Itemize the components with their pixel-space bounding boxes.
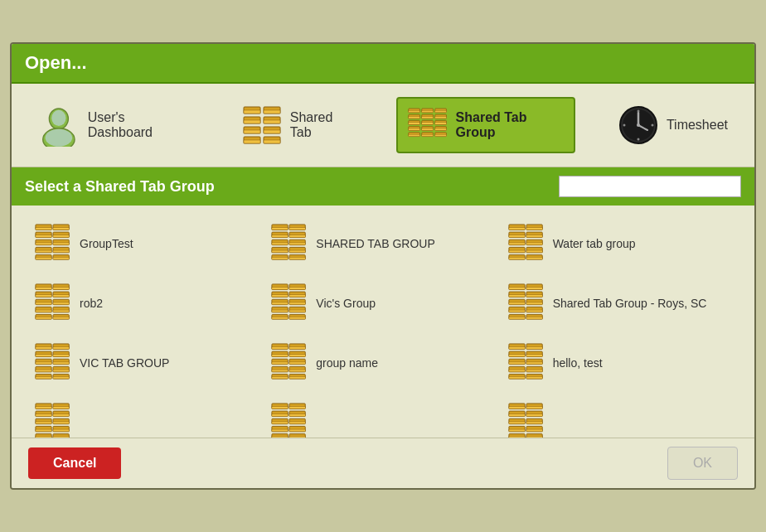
book-stack-icon (271, 283, 308, 323)
svg-rect-162 (509, 295, 525, 297)
list-item[interactable]: SHARED TAB GROUP (264, 214, 501, 273)
svg-rect-15 (264, 130, 280, 133)
list-item[interactable] (264, 393, 501, 438)
book-stack-icon (35, 403, 71, 438)
svg-rect-11 (264, 120, 280, 123)
book-stack-icon (35, 343, 71, 383)
svg-rect-248 (36, 436, 51, 438)
svg-rect-184 (36, 362, 51, 365)
svg-rect-138 (53, 317, 69, 319)
book-stack-icon (508, 343, 545, 383)
svg-rect-98 (289, 257, 305, 259)
svg-rect-190 (53, 347, 69, 350)
svg-rect-126 (36, 310, 51, 312)
search-input[interactable] (559, 176, 741, 197)
svg-rect-260 (272, 407, 288, 409)
svg-rect-240 (36, 407, 51, 409)
svg-rect-72 (53, 235, 69, 238)
svg-point-56 (637, 138, 639, 141)
svg-rect-206 (272, 370, 288, 372)
svg-rect-158 (289, 317, 305, 319)
svg-rect-142 (272, 295, 288, 297)
svg-rect-88 (272, 257, 288, 259)
shared-tab-icon (242, 105, 282, 145)
cancel-button[interactable]: Cancel (28, 447, 121, 479)
svg-rect-274 (289, 422, 305, 424)
svg-rect-29 (408, 134, 419, 136)
svg-rect-264 (272, 422, 288, 424)
list-item[interactable]: group name (264, 333, 501, 393)
user-icon (38, 104, 80, 147)
svg-rect-290 (526, 407, 542, 409)
svg-rect-76 (53, 250, 69, 253)
svg-rect-146 (272, 310, 288, 312)
svg-rect-160 (509, 288, 525, 290)
svg-rect-100 (509, 228, 525, 230)
svg-rect-196 (53, 370, 69, 372)
svg-rect-25 (408, 123, 419, 124)
svg-rect-204 (272, 362, 288, 365)
svg-rect-276 (289, 429, 305, 432)
svg-rect-82 (272, 235, 288, 238)
list-item-label: hello, test (553, 356, 603, 370)
svg-rect-106 (509, 250, 525, 253)
svg-rect-124 (36, 302, 51, 305)
svg-rect-9 (244, 120, 260, 123)
svg-rect-7 (264, 110, 280, 114)
svg-rect-298 (526, 436, 542, 438)
svg-rect-47 (434, 128, 446, 130)
shared-tab-item[interactable]: Shared Tab (232, 99, 363, 152)
svg-rect-226 (509, 370, 525, 372)
list-item[interactable]: GroupTest (28, 214, 264, 273)
svg-rect-176 (526, 310, 542, 312)
svg-rect-150 (289, 288, 305, 290)
svg-rect-37 (421, 128, 433, 130)
clock-icon (618, 105, 658, 145)
svg-rect-188 (36, 376, 51, 379)
svg-rect-236 (526, 370, 542, 372)
svg-rect-212 (289, 355, 305, 357)
svg-rect-220 (509, 347, 525, 350)
svg-point-55 (637, 110, 639, 113)
book-stack-icon (271, 403, 308, 438)
list-item[interactable]: Shared Tab Group - Roys, SC (502, 273, 738, 333)
svg-rect-27 (408, 128, 419, 130)
list-item[interactable]: Vic's Group (264, 273, 501, 333)
svg-rect-41 (434, 110, 446, 112)
svg-rect-35 (421, 123, 433, 124)
svg-rect-45 (434, 123, 446, 124)
ok-button: OK (667, 447, 738, 480)
svg-rect-294 (526, 422, 542, 424)
svg-rect-258 (53, 436, 69, 438)
list-item[interactable] (28, 393, 264, 438)
svg-rect-178 (526, 317, 542, 319)
shared-tab-group-icon (408, 105, 448, 145)
list-item-label: Shared Tab Group - Roys, SC (553, 297, 707, 310)
list-item-label: rob2 (80, 297, 103, 310)
svg-rect-254 (53, 422, 69, 424)
list-item[interactable]: hello, test (502, 333, 738, 393)
svg-rect-78 (53, 257, 69, 259)
svg-point-2 (51, 110, 65, 126)
svg-rect-156 (289, 310, 305, 312)
dialog-title: Open... (12, 44, 754, 84)
list-item-label: SHARED TAB GROUP (316, 237, 434, 250)
svg-rect-262 (272, 414, 288, 417)
svg-rect-108 (509, 257, 525, 259)
list-item[interactable]: Water tab group (502, 214, 738, 273)
svg-rect-216 (289, 370, 305, 372)
svg-rect-224 (509, 362, 525, 365)
list-item[interactable] (502, 393, 738, 438)
svg-rect-66 (36, 250, 51, 253)
timesheet-item[interactable]: Timesheet (608, 99, 738, 152)
users-dashboard-item[interactable]: User's Dashboard (28, 97, 199, 153)
svg-rect-174 (526, 302, 542, 305)
list-item[interactable]: rob2 (28, 273, 264, 333)
list-item[interactable]: VIC TAB GROUP (28, 333, 264, 393)
svg-rect-296 (526, 429, 542, 432)
svg-rect-144 (272, 302, 288, 305)
book-stack-icon (508, 224, 545, 264)
shared-tab-group-item[interactable]: Shared Tab Group (396, 97, 575, 153)
svg-rect-39 (421, 134, 433, 136)
svg-rect-268 (272, 436, 288, 438)
